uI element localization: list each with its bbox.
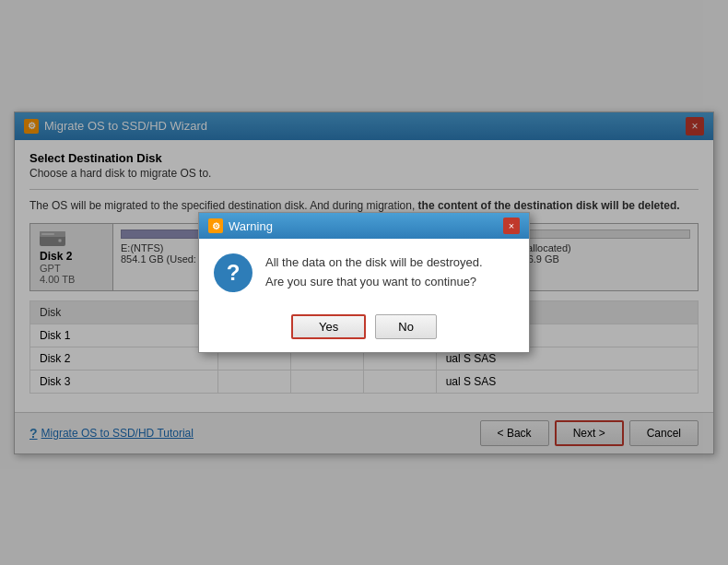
modal-line2: Are you sure that you want to continue? (265, 273, 483, 292)
no-button[interactable]: No (375, 314, 437, 339)
modal-app-icon: ⚙ (208, 218, 223, 233)
modal-body: ? All the data on the disk will be destr… (199, 239, 529, 307)
warning-question-icon: ? (214, 253, 252, 292)
warning-dialog: ⚙ Warning × ? All the data on the disk w… (198, 212, 530, 353)
yes-button[interactable]: Yes (291, 314, 366, 339)
modal-title-left: ⚙ Warning (208, 218, 273, 233)
modal-message: All the data on the disk will be destroy… (265, 253, 483, 292)
modal-title: Warning (229, 219, 273, 233)
modal-footer: Yes No (199, 307, 529, 352)
modal-title-bar: ⚙ Warning × (199, 213, 529, 239)
modal-overlay: ⚙ Warning × ? All the data on the disk w… (0, 0, 728, 565)
modal-close-button[interactable]: × (503, 218, 520, 234)
modal-line1: All the data on the disk will be destroy… (265, 253, 483, 273)
